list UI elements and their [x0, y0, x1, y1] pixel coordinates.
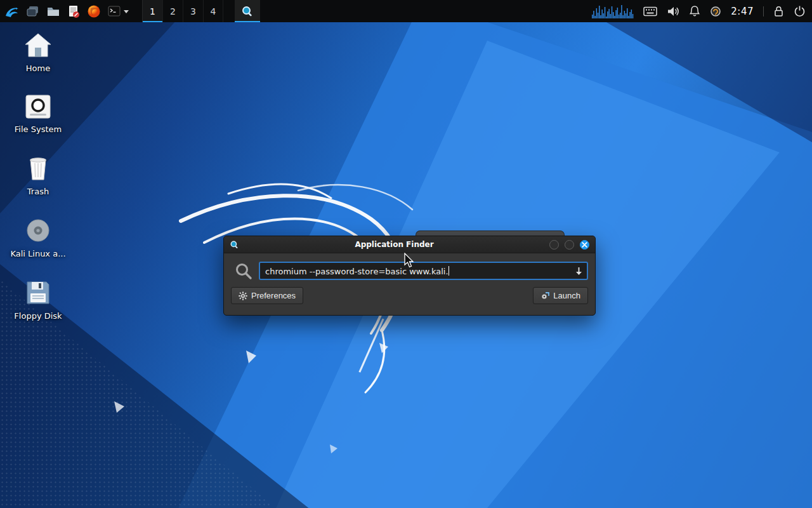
search-icon — [235, 262, 252, 280]
minimize-button[interactable] — [549, 240, 559, 250]
workspace-1[interactable]: 1 — [142, 0, 162, 22]
dropdown-arrow-icon[interactable] — [575, 267, 583, 276]
notifications-bell-icon[interactable] — [689, 5, 700, 17]
text-editor-icon — [67, 4, 81, 18]
text-caret — [449, 266, 449, 276]
launch-icon — [540, 291, 549, 300]
launcher-firefox[interactable] — [84, 0, 104, 22]
taskbar-item-application-finder[interactable] — [235, 0, 260, 22]
desktop-icon-label: Home — [26, 64, 50, 73]
workspace-2[interactable]: 2 — [162, 0, 183, 22]
launcher-text-editor[interactable] — [63, 0, 84, 22]
kali-menu-button[interactable] — [0, 0, 23, 22]
volume-icon[interactable] — [667, 6, 679, 17]
launcher-file-manager[interactable] — [43, 0, 63, 22]
launch-label: Launch — [553, 291, 580, 300]
workspace-3[interactable]: 3 — [183, 0, 203, 22]
desktop-icon-floppy[interactable]: Floppy Disk — [5, 279, 71, 321]
launch-button[interactable]: Launch — [533, 287, 588, 304]
desktop-icon-kali-volume[interactable]: Kali Linux a... — [5, 217, 71, 258]
launcher-terminal[interactable] — [104, 0, 132, 22]
preferences-label: Preferences — [251, 291, 296, 300]
desktop-icon-label: Kali Linux a... — [10, 249, 65, 258]
desktop-icon-label: Trash — [27, 187, 49, 196]
window-controls — [549, 240, 589, 250]
file-system-drive-icon — [24, 94, 52, 119]
maximize-button[interactable] — [565, 240, 574, 250]
panel-separator — [763, 6, 764, 17]
logout-power-icon[interactable] — [794, 5, 806, 17]
keyboard-icon[interactable] — [643, 6, 657, 17]
desktop-icon-label: File System — [15, 124, 62, 134]
chevron-down-icon — [123, 9, 129, 14]
workspace-4[interactable]: 4 — [203, 0, 223, 22]
close-button[interactable] — [580, 240, 589, 250]
terminal-icon — [107, 4, 121, 18]
panel-spacer — [260, 0, 592, 22]
trash-icon — [25, 155, 51, 182]
application-finder-window: Application Finder chromium --password-s… — [223, 236, 596, 316]
workspace-switcher: 1 2 3 4 — [142, 0, 223, 22]
windows-icon — [26, 4, 40, 18]
desktop-icon-trash[interactable]: Trash — [5, 155, 71, 196]
desktop-icon-file-system[interactable]: File System — [5, 94, 71, 134]
system-tray: 2:47 — [592, 0, 812, 22]
tray-status-icon[interactable] — [710, 6, 721, 17]
folder-icon — [46, 4, 60, 18]
application-finder-icon — [241, 5, 254, 18]
top-panel: 1 2 3 4 — [0, 0, 812, 22]
home-icon — [23, 32, 53, 58]
window-title: Application Finder — [239, 240, 549, 249]
search-input[interactable]: chromium --password-store=basic www.kali… — [259, 262, 588, 280]
launcher-window-buttons[interactable] — [23, 0, 43, 22]
desktop: 1 2 3 4 — [0, 0, 812, 508]
firefox-icon — [87, 4, 101, 18]
floppy-disk-icon — [25, 279, 51, 306]
preferences-button[interactable]: Preferences — [231, 287, 303, 304]
kali-logo-icon — [4, 4, 19, 19]
desktop-icon-list: Home File System Trash — [5, 32, 71, 342]
application-finder-icon — [230, 240, 239, 250]
finder-titlebar[interactable]: Application Finder — [224, 236, 595, 253]
gear-icon — [239, 291, 247, 300]
search-input-value: chromium --password-store=basic www.kali… — [265, 266, 571, 276]
close-icon — [582, 242, 587, 248]
lock-screen-icon[interactable] — [773, 5, 784, 17]
disc-volume-icon — [25, 217, 51, 244]
desktop-icon-home[interactable]: Home — [5, 32, 71, 73]
desktop-icon-label: Floppy Disk — [14, 311, 62, 321]
finder-actions: Preferences Launch — [224, 284, 595, 312]
panel-clock[interactable]: 2:47 — [731, 6, 754, 17]
system-monitor-graph[interactable] — [592, 4, 634, 18]
finder-body: chromium --password-store=basic www.kali… — [224, 253, 595, 284]
